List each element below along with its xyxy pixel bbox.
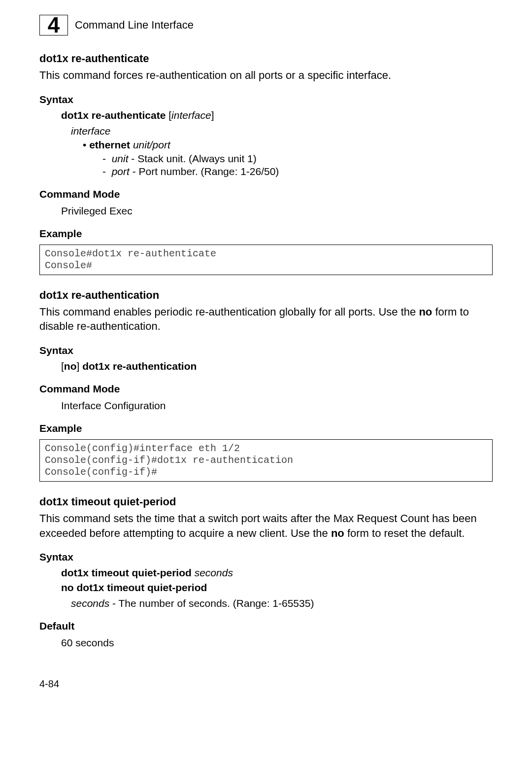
sec2-desc: This command enables periodic re-authent… <box>39 305 493 334</box>
sec2-title: dot1x re-authentication <box>39 289 493 302</box>
sec2-syntax-no: no <box>64 360 77 372</box>
sec3-seconds-term: seconds <box>71 598 109 609</box>
sec3-desc: This command sets the time that a switch… <box>39 511 493 540</box>
sec3-syntax1: dot1x timeout quiet-period seconds <box>61 567 493 579</box>
page-number: 4-84 <box>39 678 493 690</box>
sec2-example-code: Console(config)#interface eth 1/2 Consol… <box>39 439 493 482</box>
page-header: 4 Command Line Interface <box>39 15 493 35</box>
sec3-syntax2: no dot1x timeout quiet-period <box>61 582 493 594</box>
bracket-close: ] <box>77 360 83 372</box>
sec1-syntax-arg: interface <box>171 109 211 121</box>
sec1-eth-arg: unit/port <box>133 139 170 150</box>
sec1-syntax-label: Syntax <box>39 94 493 106</box>
sec2-syntax-cmd: dot1x re-authentication <box>82 360 197 372</box>
sec3-default-label: Default <box>39 620 493 632</box>
sec2-syntax: [no] dot1x re-authentication <box>61 360 493 372</box>
sec1-port-row: - port - Port number. (Range: 1-26/50) <box>102 166 493 177</box>
page-content: 4 Command Line Interface dot1x re-authen… <box>0 0 532 709</box>
sec2-desc-a: This command enables periodic re-authent… <box>39 306 419 318</box>
sec1-mode-label: Command Mode <box>39 188 493 200</box>
sec1-eth-label: ethernet <box>89 139 130 150</box>
sec1-ethernet-row: ethernet unit/port <box>83 139 493 151</box>
sec2-mode-value: Interface Configuration <box>61 400 493 412</box>
sec3-seconds-desc: - The number of seconds. (Range: 1-65535… <box>109 598 314 609</box>
sec1-port-desc: - Port number. (Range: 1-26/50) <box>130 166 279 177</box>
sec2-mode-label: Command Mode <box>39 383 493 395</box>
sec3-seconds-row: seconds - The number of seconds. (Range:… <box>71 598 493 609</box>
bracket-close: ] <box>211 109 214 121</box>
sec3-syntax-arg1: seconds <box>195 567 233 578</box>
sec3-syntax-label: Syntax <box>39 551 493 563</box>
sec1-example-code: Console#dot1x re-authenticate Console# <box>39 245 493 275</box>
sec1-unit-row: - unit - Stack unit. (Always unit 1) <box>102 153 493 165</box>
sec3-syntax-cmd1: dot1x timeout quiet-period <box>61 567 192 578</box>
sec1-desc: This command forces re-authentication on… <box>39 68 493 83</box>
sec2-example-label: Example <box>39 422 493 434</box>
sec1-unit-desc: - Stack unit. (Always unit 1) <box>129 153 257 164</box>
sec1-port-term: port <box>112 166 130 177</box>
sec2-syntax-label: Syntax <box>39 345 493 356</box>
sec3-default-value: 60 seconds <box>61 637 493 649</box>
sec1-title: dot1x re-authenticate <box>39 52 493 65</box>
sec1-syntax-cmd: dot1x re-authenticate <box>61 109 166 121</box>
sec1-mode-value: Privileged Exec <box>61 205 493 217</box>
sec2-desc-bold: no <box>419 306 432 318</box>
sec1-unit-term: unit <box>112 153 129 164</box>
sec1-syntax: dot1x re-authenticate [interface] <box>61 109 493 121</box>
chapter-number-icon: 4 <box>39 15 68 35</box>
sec1-param-interface: interface <box>71 125 493 137</box>
page-title: Command Line Interface <box>75 19 194 32</box>
sec3-desc-bold: no <box>331 527 344 539</box>
sec3-title: dot1x timeout quiet-period <box>39 495 493 508</box>
sec3-desc-b: form to reset the default. <box>344 527 465 539</box>
sec1-example-label: Example <box>39 228 493 240</box>
